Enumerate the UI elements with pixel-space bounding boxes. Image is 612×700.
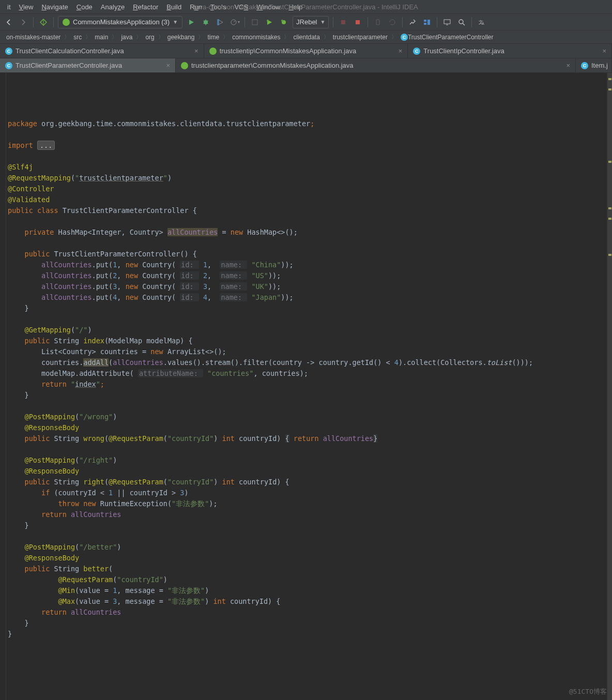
nav-back-button[interactable] <box>3 17 14 28</box>
breadcrumb: on-mistakes-master〉 src〉 main〉 java〉 org… <box>0 31 612 44</box>
tab-trustclientparameter-app[interactable]: trustclientparameter\CommonMistakesAppli… <box>176 58 576 72</box>
tab-label: TrustClientIpController.java <box>423 47 504 55</box>
tab-label: TrustClientParameterController.java <box>16 62 122 69</box>
jrebel-debug-button[interactable] <box>278 17 289 28</box>
separator <box>333 17 333 27</box>
spring-boot-icon <box>209 48 217 55</box>
tab-trustclientcalculation[interactable]: C TrustClientCalculationController.java … <box>0 44 204 58</box>
close-icon[interactable]: × <box>602 47 606 55</box>
settings-button[interactable] <box>407 17 418 28</box>
translate-button[interactable]: 文A <box>476 17 487 28</box>
fold-marker[interactable]: ... <box>37 141 55 150</box>
editor-gutter[interactable] <box>0 73 6 700</box>
tab-label: Item.j <box>591 62 608 69</box>
crumb-org[interactable]: org <box>142 34 157 41</box>
svg-text:A: A <box>482 22 484 25</box>
java-class-icon: C <box>401 34 408 41</box>
svg-rect-13 <box>444 20 450 24</box>
svg-point-4 <box>267 20 269 22</box>
run-button[interactable] <box>186 17 197 28</box>
profiler-button[interactable]: ▾ <box>229 17 240 28</box>
menu-analyze[interactable]: Analyze <box>97 3 129 11</box>
java-class-icon: C <box>413 48 420 55</box>
stop-button[interactable] <box>352 17 363 28</box>
svg-rect-11 <box>424 23 426 25</box>
project-structure-button[interactable] <box>421 17 433 28</box>
menu-navigate[interactable]: Navigate <box>37 3 72 11</box>
nav-forward-button[interactable] <box>18 17 29 28</box>
tab-trustclientparameter-active[interactable]: C TrustClientParameterController.java × <box>0 58 176 72</box>
separator <box>53 17 54 27</box>
crumb-commonmistakes[interactable]: commonmistakes <box>229 34 283 41</box>
crumb-main[interactable]: main <box>91 34 111 41</box>
jrebel-selector[interactable]: JRebel ▼ <box>293 16 329 28</box>
crumb-src[interactable]: src <box>70 34 85 41</box>
jrebel-run-button[interactable] <box>264 17 275 28</box>
watermark: @51CTO博客 <box>569 686 607 697</box>
java-class-icon: C <box>581 62 588 69</box>
java-class-icon: C <box>5 62 12 69</box>
svg-rect-9 <box>376 20 379 25</box>
tab-label: TrustClientCalculationController.java <box>16 47 124 55</box>
svg-point-0 <box>204 20 208 24</box>
separator <box>471 17 472 27</box>
separator <box>437 17 437 27</box>
separator <box>244 17 245 27</box>
code-content: package org.geekbang.time.commonmistakes… <box>0 108 612 640</box>
chevron-down-icon: ▼ <box>173 19 178 25</box>
menu-refactor[interactable]: Refactor <box>129 3 162 11</box>
crumb-project[interactable]: on-mistakes-master <box>3 34 64 41</box>
crumb-class[interactable]: CTrustClientParameterController <box>397 34 497 41</box>
run-config-selector[interactable]: CommonMistakesApplication (3) ▼ <box>58 16 182 28</box>
menu-file[interactable]: it <box>3 3 15 11</box>
build-button[interactable] <box>38 17 49 28</box>
editor-scrollbar[interactable] <box>607 73 612 700</box>
svg-rect-12 <box>427 20 430 25</box>
menu-build[interactable]: Build <box>162 3 186 11</box>
java-class-icon: C <box>5 48 12 55</box>
close-icon[interactable]: × <box>399 47 403 55</box>
close-icon[interactable]: × <box>194 47 198 55</box>
jrebel-label: JRebel <box>296 18 317 26</box>
separator <box>402 17 403 27</box>
editor-tabs-row-2: C TrustClientParameterController.java × … <box>0 58 612 73</box>
presentation-button[interactable] <box>441 17 453 28</box>
tab-item[interactable]: C Item.j <box>576 58 612 72</box>
svg-rect-8 <box>356 20 360 24</box>
separator <box>33 17 34 27</box>
svg-point-6 <box>281 20 283 22</box>
close-icon[interactable]: × <box>566 62 570 69</box>
menu-code[interactable]: Code <box>72 3 97 11</box>
close-icon[interactable]: × <box>166 62 170 69</box>
crumb-java[interactable]: java <box>118 34 135 41</box>
spring-boot-icon <box>63 19 70 26</box>
editor-tabs-row-1: C TrustClientCalculationController.java … <box>0 44 612 58</box>
svg-rect-10 <box>424 20 426 22</box>
update-button[interactable] <box>387 17 398 28</box>
crumb-geekbang[interactable]: geekbang <box>164 34 198 41</box>
debug-button[interactable] <box>200 17 211 28</box>
crumb-clientdata[interactable]: clientdata <box>290 34 323 41</box>
search-everywhere-button[interactable] <box>456 17 467 28</box>
code-editor[interactable]: package org.geekbang.time.commonmistakes… <box>0 73 612 700</box>
tab-trustclientip[interactable]: C TrustClientIpController.java × <box>408 44 612 58</box>
svg-rect-1 <box>217 19 219 25</box>
stop-button-disabled[interactable] <box>338 17 349 28</box>
svg-point-14 <box>459 20 463 24</box>
menu-view[interactable]: View <box>15 3 38 11</box>
tab-label: trustclientip\CommonMistakesApplication.… <box>220 47 356 55</box>
chevron-down-icon: ▼ <box>320 19 326 25</box>
device-button[interactable] <box>372 17 384 28</box>
coverage-button[interactable] <box>215 17 226 28</box>
spring-boot-icon <box>181 62 188 69</box>
svg-rect-3 <box>252 20 257 25</box>
svg-rect-7 <box>341 20 345 24</box>
window-title: java-common-mistakes - TrustClientParame… <box>194 3 418 11</box>
crumb-time[interactable]: time <box>204 34 222 41</box>
tab-trustclientip-app[interactable]: trustclientip\CommonMistakesApplication.… <box>204 44 408 58</box>
menu-bar: it View Navigate Code Analyze Refactor B… <box>0 0 612 14</box>
crumb-trustclientparameter[interactable]: trustclientparameter <box>330 34 391 41</box>
attach-button[interactable] <box>249 17 261 28</box>
separator <box>368 17 368 27</box>
main-toolbar: CommonMistakesApplication (3) ▼ ▾ JRebel… <box>0 14 612 31</box>
